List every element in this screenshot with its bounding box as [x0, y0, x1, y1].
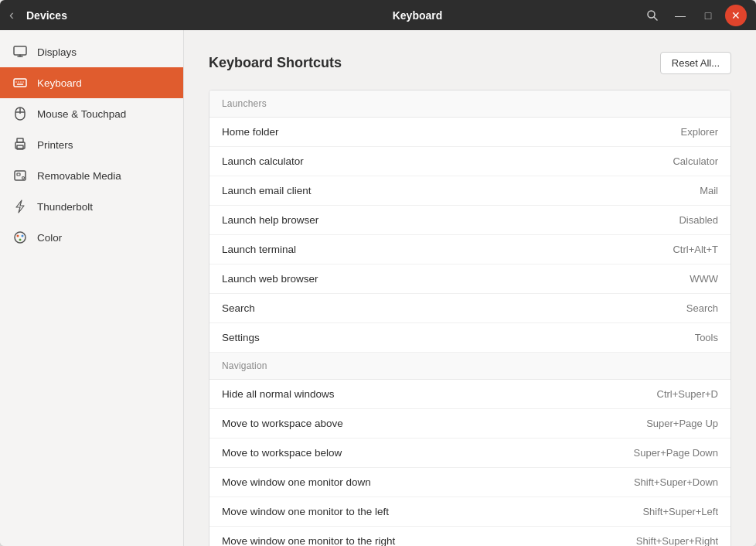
minimize-button[interactable]: —	[669, 5, 691, 26]
shortcut-row[interactable]: Launch terminal Ctrl+Alt+T	[209, 235, 730, 264]
shortcut-name: Search	[222, 302, 686, 314]
mouse-icon	[12, 106, 28, 121]
shortcut-row[interactable]: Move to workspace below Super+Page Down	[209, 439, 730, 468]
shortcut-row[interactable]: Move window one monitor to the left Shif…	[209, 497, 730, 527]
titlebar: ‹ Devices Keyboard — □ ✕	[0, 0, 756, 30]
shortcut-key: Disabled	[679, 214, 718, 226]
printers-icon	[12, 137, 28, 152]
shortcut-key: Shift+Super+Left	[642, 506, 718, 517]
shortcut-row[interactable]: Settings Tools	[209, 323, 730, 353]
content-title: Keyboard Shortcuts	[209, 55, 342, 71]
svg-rect-15	[17, 138, 23, 142]
shortcut-row[interactable]: Home folder Explorer	[209, 118, 730, 147]
svg-point-19	[22, 177, 25, 179]
section-launchers: Launchers	[209, 90, 730, 118]
shortcut-name: Settings	[222, 332, 695, 343]
sidebar-item-label: Color	[37, 232, 62, 244]
maximize-icon: □	[705, 9, 711, 22]
svg-rect-18	[17, 173, 20, 176]
sidebar-item-label: Keyboard	[37, 77, 82, 89]
color-icon	[12, 230, 28, 245]
sidebar-item-label: Mouse & Touchpad	[37, 108, 126, 120]
shortcut-name: Hide all normal windows	[222, 388, 657, 400]
shortcut-key: Super+Page Down	[634, 447, 719, 459]
sidebar-item-label: Printers	[37, 139, 73, 151]
shortcut-row[interactable]: Launch web browser WWW	[209, 264, 730, 294]
shortcut-name: Launch calculator	[222, 155, 673, 167]
svg-point-22	[17, 235, 19, 237]
sidebar-item-removable-media[interactable]: Removable Media	[0, 160, 183, 191]
search-button[interactable]	[642, 5, 663, 26]
thunderbolt-icon	[12, 199, 28, 214]
sidebar-item-color[interactable]: Color	[0, 222, 183, 253]
close-button[interactable]: ✕	[725, 5, 747, 26]
sidebar-item-keyboard[interactable]: Keyboard	[0, 67, 183, 98]
main-content: Displays Keyboard	[0, 30, 756, 546]
reset-all-button[interactable]: Reset All...	[660, 52, 731, 74]
titlebar-right: — □ ✕	[642, 5, 747, 26]
shortcut-key: Calculator	[673, 155, 718, 167]
svg-marker-20	[16, 200, 24, 213]
svg-point-24	[19, 239, 22, 241]
shortcut-key: WWW	[690, 273, 718, 285]
main-window: ‹ Devices Keyboard — □ ✕	[0, 0, 756, 546]
section-title: Devices	[26, 9, 67, 22]
close-icon: ✕	[731, 9, 741, 22]
shortcut-row[interactable]: Move to workspace above Super+Page Up	[209, 409, 730, 439]
shortcut-key: Mail	[700, 185, 718, 196]
content-header: Keyboard Shortcuts Reset All...	[209, 52, 731, 74]
sidebar-item-label: Thunderbolt	[37, 201, 93, 213]
shortcut-name: Move window one monitor down	[222, 476, 634, 488]
sidebar-item-printers[interactable]: Printers	[0, 129, 183, 160]
shortcut-name: Move window one monitor to the left	[222, 506, 642, 517]
shortcut-key: Shift+Super+Down	[634, 476, 718, 488]
back-icon: ‹	[9, 7, 14, 23]
shortcut-key: Ctrl+Super+D	[657, 388, 718, 400]
sidebar-item-displays[interactable]: Displays	[0, 36, 183, 67]
shortcut-name: Home folder	[222, 126, 681, 138]
minimize-icon: —	[675, 9, 686, 22]
shortcut-name: Launch email client	[222, 185, 700, 196]
shortcuts-container: Launchers Home folder Explorer Launch ca…	[209, 90, 731, 546]
shortcut-row[interactable]: Move window one monitor to the right Shi…	[209, 527, 730, 546]
shortcut-key: Shift+Super+Right	[636, 535, 718, 546]
sidebar: Displays Keyboard	[0, 30, 184, 546]
titlebar-left: ‹ Devices	[9, 7, 193, 23]
shortcut-row[interactable]: Launch email client Mail	[209, 176, 730, 206]
svg-point-23	[22, 235, 24, 237]
sidebar-item-label: Removable Media	[37, 170, 121, 182]
shortcut-name: Move window one monitor to the right	[222, 535, 636, 546]
shortcut-row[interactable]: Launch help browser Disabled	[209, 206, 730, 235]
svg-rect-16	[17, 145, 23, 149]
shortcut-row[interactable]: Move window one monitor down Shift+Super…	[209, 468, 730, 497]
maximize-button[interactable]: □	[697, 5, 719, 26]
titlebar-center: Keyboard	[193, 9, 642, 22]
shortcut-key: Ctrl+Alt+T	[673, 244, 718, 255]
content-area: Keyboard Shortcuts Reset All... Launcher…	[184, 30, 756, 546]
shortcut-name: Move to workspace above	[222, 418, 646, 429]
shortcut-name: Launch web browser	[222, 273, 690, 285]
keyboard-icon	[12, 75, 28, 90]
section-navigation: Navigation	[209, 353, 730, 380]
search-icon	[646, 9, 659, 22]
removable-media-icon	[12, 168, 28, 183]
shortcut-key: Tools	[695, 332, 718, 343]
shortcut-row[interactable]: Search Search	[209, 294, 730, 323]
svg-line-1	[654, 17, 657, 20]
shortcut-row[interactable]: Launch calculator Calculator	[209, 147, 730, 176]
shortcut-name: Launch help browser	[222, 214, 679, 226]
svg-point-21	[15, 232, 26, 243]
back-button[interactable]: ‹	[9, 7, 14, 23]
shortcut-key: Explorer	[681, 126, 718, 138]
displays-icon	[12, 44, 28, 60]
shortcut-row[interactable]: Hide all normal windows Ctrl+Super+D	[209, 380, 730, 409]
shortcut-name: Launch terminal	[222, 244, 673, 255]
shortcut-key: Search	[686, 302, 718, 314]
shortcut-key: Super+Page Up	[646, 418, 718, 429]
sidebar-item-thunderbolt[interactable]: Thunderbolt	[0, 191, 183, 222]
shortcut-name: Move to workspace below	[222, 447, 634, 459]
sidebar-item-label: Displays	[37, 46, 77, 58]
sidebar-item-mouse[interactable]: Mouse & Touchpad	[0, 98, 183, 129]
page-title: Keyboard	[393, 9, 443, 22]
svg-rect-2	[14, 46, 26, 55]
